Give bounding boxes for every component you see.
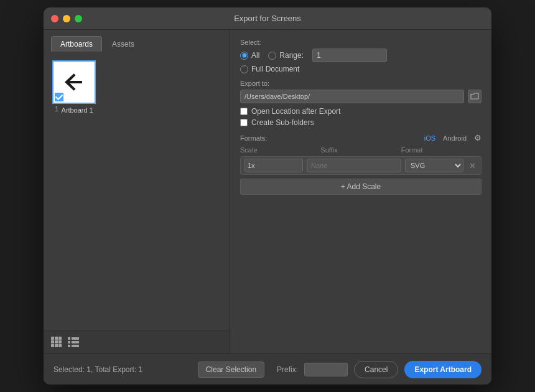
formats-controls: iOS Android ⚙ [424, 133, 482, 142]
suffix-input[interactable] [307, 159, 401, 172]
prefix-input[interactable] [304, 363, 348, 376]
suffix-column-header: Suffix [320, 146, 401, 154]
export-path-input[interactable] [240, 90, 464, 103]
prefix-label: Prefix: [277, 365, 298, 374]
artboard-name: Artboard 1 [61, 106, 93, 114]
artboard-thumbnail [52, 60, 96, 104]
titlebar: Export for Screens [44, 7, 491, 30]
status-text: Selected: 1, Total Export: 1 [54, 365, 142, 374]
open-location-checkbox[interactable] [240, 108, 248, 115]
select-range-option[interactable]: Range: [268, 51, 304, 60]
full-document-radio[interactable] [240, 65, 248, 73]
export-dialog: Export for Screens Artboards Assets [44, 7, 491, 385]
artboard-grid: 1 Artboard 1 [44, 52, 230, 330]
minimize-button[interactable] [63, 15, 70, 22]
create-subfolders-label: Create Sub-folders [251, 118, 314, 127]
tab-artboards[interactable]: Artboards [51, 36, 102, 52]
right-spacer [240, 201, 482, 345]
remove-format-button[interactable]: ✕ [467, 161, 477, 170]
close-button[interactable] [51, 15, 58, 22]
scale-select[interactable]: 1x 2x 3x [244, 159, 303, 172]
create-subfolders-row: Create Sub-folders [240, 118, 482, 127]
add-scale-button[interactable]: + Add Scale [240, 179, 482, 195]
full-document-row: Full Document [240, 65, 482, 73]
artboard-checkbox[interactable] [55, 93, 63, 101]
check-icon [55, 82, 63, 113]
create-subfolders-checkbox[interactable] [240, 119, 248, 126]
window-body: Artboards Assets [44, 30, 491, 353]
window-title: Export for Screens [234, 14, 301, 23]
select-label: Select: [240, 39, 482, 46]
tab-bar: Artboards Assets [44, 30, 230, 52]
left-panel-bottom [44, 330, 230, 353]
formats-section: Formats: iOS Android ⚙ Scale Suffix Form… [240, 133, 482, 195]
export-to-label: Export to: [240, 80, 482, 87]
select-range-radio[interactable] [268, 52, 276, 60]
cancel-button[interactable]: Cancel [354, 361, 398, 378]
format-row: 1x 2x 3x SVG PNG PDF JPEG ✕ [240, 156, 482, 175]
select-range-label: Range: [279, 51, 304, 60]
traffic-lights [51, 15, 82, 22]
range-input[interactable] [312, 49, 387, 62]
export-to-section: Export to: Open Location after Export [240, 80, 482, 127]
list-view-button[interactable] [67, 336, 80, 348]
android-tab[interactable]: Android [443, 134, 467, 142]
formats-columns: Scale Suffix Format [240, 145, 482, 156]
list-view-icon [68, 337, 79, 347]
clear-selection-button[interactable]: Clear Selection [198, 362, 264, 378]
scale-column-header: Scale [240, 146, 320, 154]
grid-view-icon [51, 337, 62, 347]
formats-table: Scale Suffix Format 1x 2x 3x SVG [240, 145, 482, 195]
artboard-item[interactable]: 1 Artboard 1 [52, 60, 96, 114]
select-all-label: All [251, 51, 259, 60]
formats-header: Formats: iOS Android ⚙ [240, 133, 482, 142]
export-path-row [240, 90, 482, 103]
left-panel: Artboards Assets [44, 30, 230, 353]
full-document-label: Full Document [251, 65, 299, 73]
ios-tab[interactable]: iOS [424, 134, 435, 142]
open-location-row: Open Location after Export [240, 107, 482, 116]
tab-assets[interactable]: Assets [103, 36, 143, 52]
open-location-label: Open Location after Export [251, 107, 340, 116]
grid-view-button[interactable] [50, 336, 62, 348]
bottom-left: Selected: 1, Total Export: 1 [54, 365, 192, 374]
right-panel: Select: All Range: Full Document [230, 30, 491, 353]
select-all-option[interactable]: All [240, 51, 259, 60]
format-column-header: Format [401, 146, 482, 154]
bottom-bar: Selected: 1, Total Export: 1 Clear Selec… [44, 353, 491, 385]
formats-settings-icon[interactable]: ⚙ [474, 133, 482, 142]
maximize-button[interactable] [75, 15, 82, 22]
select-section: Select: All Range: Full Document [240, 39, 482, 73]
select-all-radio[interactable] [240, 52, 248, 60]
select-radio-group: All Range: [240, 49, 482, 62]
export-artboard-button[interactable]: Export Artboard [404, 361, 482, 378]
browse-folder-button[interactable] [468, 90, 482, 103]
format-select[interactable]: SVG PNG PDF JPEG [405, 159, 463, 172]
formats-label: Formats: [240, 134, 267, 142]
folder-icon [470, 93, 479, 100]
